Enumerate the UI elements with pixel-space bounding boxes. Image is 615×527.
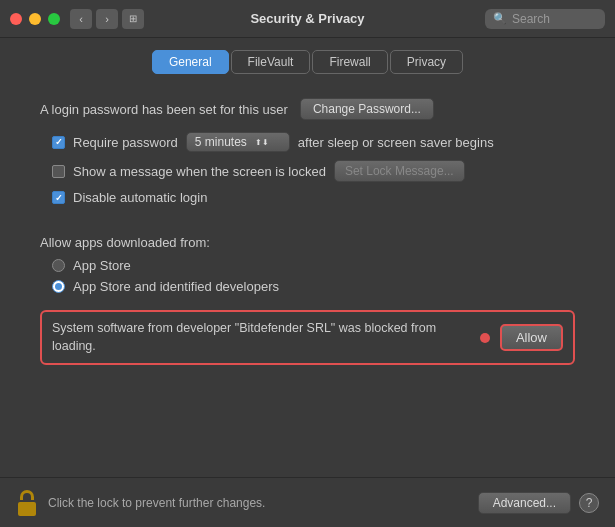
- download-title: Allow apps downloaded from:: [40, 235, 585, 250]
- lock-shackle: [20, 490, 34, 500]
- main-content: A login password has been set for this u…: [0, 82, 615, 381]
- tab-firewall[interactable]: Firewall: [312, 50, 387, 74]
- disable-autologin-checkbox[interactable]: [52, 191, 65, 204]
- maximize-button[interactable]: [48, 13, 60, 25]
- dropdown-value: 5 minutes: [195, 135, 247, 149]
- app-store-developers-radio[interactable]: [52, 280, 65, 293]
- show-message-row: Show a message when the screen is locked…: [52, 160, 585, 182]
- grid-button[interactable]: ⊞: [122, 9, 144, 29]
- search-box[interactable]: 🔍: [485, 9, 605, 29]
- show-message-checkbox[interactable]: [52, 165, 65, 178]
- blocked-notice-text: System software from developer "Bitdefen…: [52, 320, 470, 355]
- app-store-label: App Store: [73, 258, 131, 273]
- bottom-bar: Click the lock to prevent further change…: [0, 477, 615, 527]
- blocked-notice-row: System software from developer "Bitdefen…: [40, 310, 575, 365]
- window-controls: [10, 13, 60, 25]
- tab-general[interactable]: General: [152, 50, 229, 74]
- red-dot-icon: [480, 333, 490, 343]
- app-store-developers-radio-row: App Store and identified developers: [52, 279, 585, 294]
- disable-autologin-row: Disable automatic login: [52, 190, 585, 205]
- require-password-checkbox[interactable]: [52, 136, 65, 149]
- lock-text: Click the lock to prevent further change…: [48, 496, 468, 510]
- back-button[interactable]: ‹: [70, 9, 92, 29]
- close-button[interactable]: [10, 13, 22, 25]
- download-section: Allow apps downloaded from: App Store Ap…: [30, 235, 585, 294]
- download-radio-group: App Store App Store and identified devel…: [40, 258, 585, 294]
- app-store-developers-label: App Store and identified developers: [73, 279, 279, 294]
- nav-buttons: ‹ ›: [70, 9, 118, 29]
- login-password-text: A login password has been set for this u…: [40, 102, 288, 117]
- window-title: Security & Privacy: [250, 11, 364, 26]
- require-password-label-before: Require password: [73, 135, 178, 150]
- show-message-label: Show a message when the screen is locked: [73, 164, 326, 179]
- advanced-button[interactable]: Advanced...: [478, 492, 571, 514]
- dropdown-arrow-icon: ⬆⬇: [255, 138, 269, 147]
- forward-button[interactable]: ›: [96, 9, 118, 29]
- tabs-container: General FileVault Firewall Privacy: [0, 38, 615, 82]
- require-password-label-after: after sleep or screen saver begins: [298, 135, 494, 150]
- disable-autologin-label: Disable automatic login: [73, 190, 207, 205]
- minimize-button[interactable]: [29, 13, 41, 25]
- tab-filevault[interactable]: FileVault: [231, 50, 311, 74]
- options-group: Require password 5 minutes ⬆⬇ after slee…: [30, 132, 585, 205]
- search-icon: 🔍: [493, 12, 507, 25]
- lock-icon[interactable]: [16, 490, 38, 516]
- title-bar: ‹ › ⊞ Security & Privacy 🔍: [0, 0, 615, 38]
- help-button[interactable]: ?: [579, 493, 599, 513]
- change-password-button[interactable]: Change Password...: [300, 98, 434, 120]
- blocked-wrapper: System software from developer "Bitdefen…: [30, 310, 585, 365]
- require-password-row: Require password 5 minutes ⬆⬇ after slee…: [52, 132, 585, 152]
- app-store-radio-row: App Store: [52, 258, 585, 273]
- login-password-row: A login password has been set for this u…: [30, 98, 585, 120]
- password-timeout-dropdown[interactable]: 5 minutes ⬆⬇: [186, 132, 290, 152]
- tab-privacy[interactable]: Privacy: [390, 50, 463, 74]
- lock-body: [18, 502, 36, 516]
- search-input[interactable]: [512, 12, 592, 26]
- bottom-buttons: Advanced... ?: [478, 492, 599, 514]
- set-lock-message-button[interactable]: Set Lock Message...: [334, 160, 465, 182]
- allow-button[interactable]: Allow: [500, 324, 563, 351]
- app-store-radio[interactable]: [52, 259, 65, 272]
